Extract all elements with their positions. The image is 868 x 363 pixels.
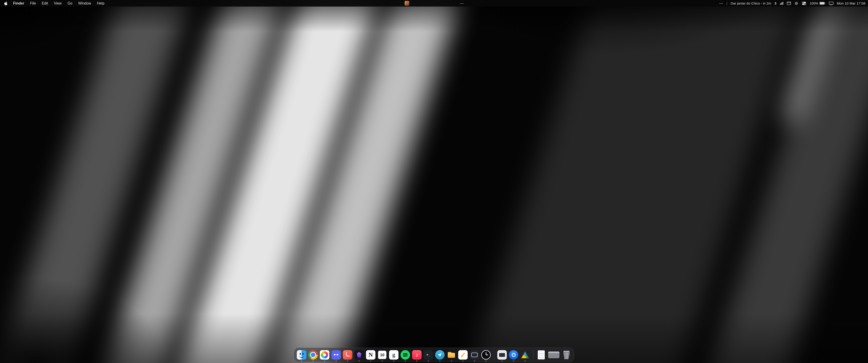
menubar-center-overflow-icon[interactable]: ••• xyxy=(460,0,464,6)
menu-help[interactable]: Help xyxy=(94,1,107,5)
running-indicator xyxy=(513,361,514,361)
control-center-icon[interactable] xyxy=(802,2,806,5)
gear-icon[interactable] xyxy=(794,1,798,5)
menu-view[interactable]: View xyxy=(51,1,64,5)
finder-icon xyxy=(297,350,306,360)
desktop-wallpaper[interactable] xyxy=(0,0,868,363)
running-indicator xyxy=(382,361,383,361)
menubar-overflow-icon[interactable]: ••• xyxy=(719,2,723,5)
freeform-icon xyxy=(458,350,468,360)
goodnotes-dock-icon[interactable]: g xyxy=(389,350,399,360)
running-indicator xyxy=(301,361,302,361)
spotify-dock-icon[interactable] xyxy=(401,350,410,360)
running-indicator xyxy=(416,361,417,361)
menubar-clock[interactable]: Mon 10 Mar 17:58 xyxy=(837,1,865,5)
dock-apps: N10g♪>_ xyxy=(297,348,491,362)
clock-dock-icon[interactable] xyxy=(481,350,491,360)
folder-dock-icon[interactable] xyxy=(447,350,456,360)
running-indicator xyxy=(486,361,487,361)
battery-icon xyxy=(819,2,826,5)
document-dock-icon[interactable] xyxy=(536,350,546,360)
running-indicator xyxy=(347,361,348,361)
minimized-window-icon xyxy=(548,352,559,358)
1password-dock-icon[interactable] xyxy=(509,350,518,360)
menu-window[interactable]: Window xyxy=(75,1,94,5)
battery-percent: 100% xyxy=(810,2,818,5)
dock-files xyxy=(536,348,571,362)
spotify-icon xyxy=(401,350,410,360)
apple-icon xyxy=(4,1,7,5)
screen-studio-dock-icon[interactable] xyxy=(470,350,479,360)
discord-icon xyxy=(331,350,341,360)
1password-icon xyxy=(509,350,518,360)
obsidian-dock-icon[interactable] xyxy=(354,350,364,360)
menu-edit[interactable]: Edit xyxy=(39,1,51,5)
menubar-avatar-icon[interactable] xyxy=(405,1,409,6)
document-icon xyxy=(538,350,545,359)
running-indicator xyxy=(405,361,406,361)
finder-dock-icon[interactable] xyxy=(297,350,306,360)
google-drive-icon xyxy=(520,350,530,360)
google-drive-dock-icon[interactable] xyxy=(520,350,530,360)
notion-calendar-icon: 10 xyxy=(377,350,387,360)
running-indicator xyxy=(463,361,463,361)
window-icon[interactable] xyxy=(787,2,791,5)
terminal-icon: >_ xyxy=(424,350,433,360)
folder-icon xyxy=(447,350,456,360)
photos-dock-icon[interactable] xyxy=(320,350,329,360)
photos-icon xyxy=(320,350,329,360)
trash-icon xyxy=(562,350,571,360)
terminal-dock-icon[interactable]: >_ xyxy=(424,350,433,360)
battery-status[interactable]: 100% xyxy=(810,2,826,5)
running-indicator xyxy=(370,361,371,361)
music-icon: ♪ xyxy=(412,350,422,360)
display-icon[interactable] xyxy=(829,2,833,5)
notion-calendar-dock-icon[interactable]: 10 xyxy=(377,350,387,360)
running-indicator xyxy=(502,361,502,361)
screenshot-tool-icon xyxy=(497,350,507,360)
running-indicator xyxy=(474,361,475,361)
telegram-dock-icon[interactable] xyxy=(435,350,445,360)
chrome-dock-icon[interactable] xyxy=(308,350,318,360)
freeform-dock-icon[interactable] xyxy=(458,350,468,360)
screenshot-tool-dock-icon[interactable] xyxy=(497,350,507,360)
dock-utilities xyxy=(497,348,530,362)
running-indicator xyxy=(324,361,325,361)
menu-bar-status-area: ••• | Dar jantar do Chico - in 2m $ 100%… xyxy=(719,0,865,6)
chrome-icon xyxy=(308,350,318,360)
goodnotes-icon: g xyxy=(389,350,399,360)
running-indicator xyxy=(359,361,360,361)
running-indicator xyxy=(336,361,337,361)
trash-dock-icon[interactable] xyxy=(562,350,571,360)
obsidian-icon xyxy=(354,350,364,360)
menu-go[interactable]: Go xyxy=(65,1,75,5)
discord-dock-icon[interactable] xyxy=(331,350,341,360)
calendar-event-menu-item[interactable]: Dar jantar do Chico - in 2m xyxy=(731,1,771,5)
telegram-icon xyxy=(435,350,445,360)
raycast-icon xyxy=(343,350,352,360)
running-indicator xyxy=(428,361,429,361)
running-indicator xyxy=(525,361,526,361)
apple-menu[interactable] xyxy=(3,1,10,5)
stats-icon[interactable] xyxy=(780,2,783,5)
running-indicator xyxy=(451,361,452,361)
dollar-icon[interactable]: $ xyxy=(775,1,776,5)
music-dock-icon[interactable]: ♪ xyxy=(412,350,422,360)
menu-file[interactable]: File xyxy=(27,1,39,5)
running-indicator xyxy=(313,361,313,361)
running-indicator xyxy=(393,361,394,361)
clock-icon xyxy=(481,350,491,360)
menubar-separator: | xyxy=(726,2,727,5)
minimized-window-dock-icon[interactable] xyxy=(548,350,560,360)
menu-bar-left: Finder File Edit View Go Window Help xyxy=(3,1,107,5)
wallpaper-shading xyxy=(0,0,868,363)
notion-icon: N xyxy=(366,350,375,360)
running-indicator xyxy=(439,361,440,361)
app-menu-finder[interactable]: Finder xyxy=(10,1,27,5)
screen-studio-icon xyxy=(470,350,479,360)
notion-dock-icon[interactable]: N xyxy=(366,350,375,360)
menu-bar: Finder File Edit View Go Window Help •••… xyxy=(0,0,868,6)
dock: N10g♪>_ xyxy=(294,348,574,362)
raycast-dock-icon[interactable] xyxy=(343,350,352,360)
